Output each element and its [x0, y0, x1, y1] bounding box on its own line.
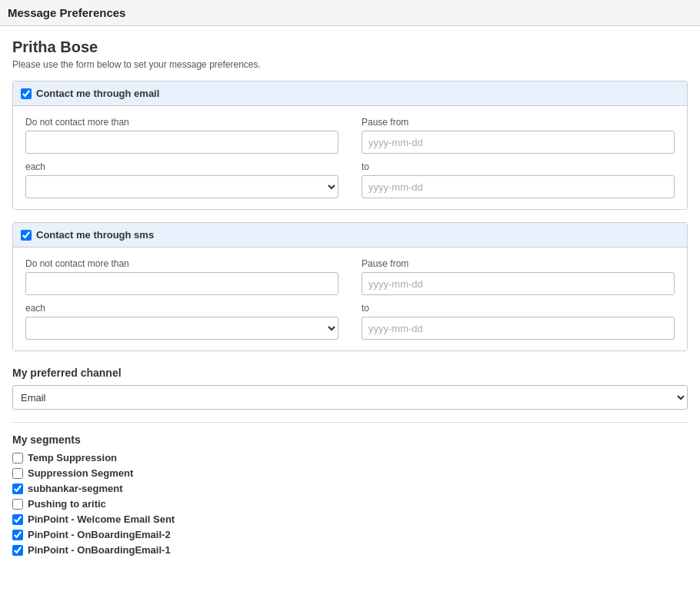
sms-each-select[interactable]	[25, 317, 338, 340]
sms-section-body: Do not contact more than each Pause from…	[13, 248, 687, 351]
email-pause-from-label: Pause from	[362, 117, 675, 128]
email-section: Contact me through email Do not contact …	[12, 81, 688, 210]
email-right-col: Pause from to	[362, 117, 675, 198]
page-title: Message Preferences	[8, 6, 692, 19]
email-form-row: Do not contact more than each Pause from…	[25, 117, 675, 198]
email-to-label: to	[362, 161, 675, 172]
email-section-header: Contact me through email	[13, 81, 687, 106]
list-item: PinPoint - OnBoardingEmail-2	[12, 529, 688, 540]
sms-pause-from-label: Pause from	[362, 258, 675, 269]
sms-contact-label[interactable]: Contact me through sms	[21, 229, 154, 241]
list-item: PinPoint - OnBoardingEmail-1	[12, 544, 688, 556]
list-item: subhankar-segment	[12, 483, 688, 494]
preferred-channel-title: My preferred channel	[12, 367, 688, 379]
preferred-channel-section: My preferred channel EmailSMSPush	[12, 364, 688, 410]
list-item: Temp Suppression	[12, 452, 688, 463]
email-pause-to-input[interactable]	[362, 175, 675, 198]
segments-section: My segments Temp SuppressionSuppression …	[12, 434, 688, 556]
email-do-not-contact-group: Do not contact more than	[25, 117, 338, 154]
sms-pause-to-input[interactable]	[362, 317, 675, 340]
divider	[12, 422, 688, 423]
sms-section: Contact me through sms Do not contact mo…	[12, 222, 688, 351]
email-contact-checkbox[interactable]	[21, 88, 32, 99]
segment-label[interactable]: Temp Suppression	[28, 452, 117, 463]
sms-do-not-contact-label: Do not contact more than	[25, 258, 338, 269]
email-contact-label[interactable]: Contact me through email	[21, 88, 159, 99]
email-do-not-contact-input[interactable]	[25, 131, 338, 154]
email-each-select[interactable]	[25, 175, 338, 198]
sms-do-not-contact-group: Do not contact more than	[25, 258, 338, 295]
segment-label[interactable]: PinPoint - OnBoardingEmail-2	[28, 529, 171, 540]
list-item: Pushing to aritic	[12, 498, 688, 510]
page-header: Message Preferences	[0, 0, 700, 26]
sms-section-header: Contact me through sms	[13, 223, 687, 248]
sms-each-label: each	[25, 303, 338, 314]
segment-checkbox[interactable]	[12, 499, 23, 510]
segment-label[interactable]: PinPoint - OnBoardingEmail-1	[28, 544, 171, 556]
segment-checkbox[interactable]	[12, 545, 23, 556]
preferred-channel-select[interactable]: EmailSMSPush	[12, 385, 688, 410]
segment-label[interactable]: Suppression Segment	[28, 467, 133, 479]
sms-right-col: Pause from to	[362, 258, 675, 340]
segment-label[interactable]: PinPoint - Welcome Email Sent	[28, 513, 175, 525]
list-item: PinPoint - Welcome Email Sent	[12, 513, 688, 525]
sms-to-label: to	[362, 303, 675, 314]
email-do-not-contact-label: Do not contact more than	[25, 117, 338, 128]
page-content: Pritha Bose Please use the form below to…	[0, 26, 700, 572]
segment-checkbox[interactable]	[12, 483, 23, 494]
email-section-body: Do not contact more than each Pause from…	[13, 106, 687, 209]
email-each-label: each	[25, 161, 338, 172]
sms-contact-checkbox[interactable]	[21, 230, 32, 241]
segment-checkbox[interactable]	[12, 453, 23, 463]
sms-form-row: Do not contact more than each Pause from…	[25, 258, 675, 340]
user-subtitle: Please use the form below to set your me…	[12, 59, 688, 70]
segments-list: Temp SuppressionSuppression Segmentsubha…	[12, 452, 688, 556]
segment-label[interactable]: Pushing to aritic	[28, 498, 106, 510]
segments-title: My segments	[12, 434, 688, 446]
segment-checkbox[interactable]	[12, 514, 23, 525]
segment-label[interactable]: subhankar-segment	[28, 483, 123, 494]
list-item: Suppression Segment	[12, 467, 688, 479]
segment-checkbox[interactable]	[12, 530, 23, 540]
segment-checkbox[interactable]	[12, 468, 23, 479]
email-pause-from-input[interactable]	[362, 131, 675, 154]
sms-pause-from-group: Pause from	[362, 258, 675, 295]
email-pause-from-group: Pause from	[362, 117, 675, 154]
user-name: Pritha Bose	[12, 38, 688, 56]
email-left-col: Do not contact more than each	[25, 117, 338, 198]
sms-left-col: Do not contact more than each	[25, 258, 338, 340]
sms-do-not-contact-input[interactable]	[25, 272, 338, 295]
sms-pause-from-input[interactable]	[362, 272, 675, 295]
